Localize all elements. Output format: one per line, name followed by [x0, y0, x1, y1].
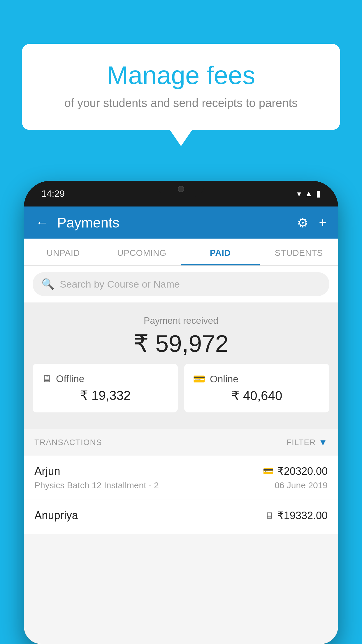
transaction-date-arjun: 06 June 2019	[275, 480, 328, 490]
page-title: Payments	[57, 215, 297, 231]
wifi-icon: ▾	[297, 189, 301, 199]
filter-icon: ▼	[319, 438, 328, 447]
status-time: 14:29	[41, 188, 65, 199]
transaction-row-anupriya: Anupriya 🖥 ₹19332.00	[34, 509, 328, 522]
tab-students[interactable]: STUDENTS	[260, 239, 338, 265]
filter-label: FILTER	[287, 438, 316, 447]
filter-button[interactable]: FILTER ▼	[287, 438, 328, 447]
online-icon: 💳	[193, 373, 205, 385]
phone-frame: 14:29 ▾ ▲ ▮ ← Payments ⚙ + UNPAID UPCOMI…	[24, 181, 338, 644]
online-label: Online	[210, 373, 238, 385]
app-header: ← Payments ⚙ +	[24, 206, 338, 239]
status-bar: 14:29 ▾ ▲ ▮	[24, 181, 338, 206]
search-input[interactable]: Search by Course or Name	[60, 279, 180, 290]
transaction-amount-arjun-wrap: 💳 ₹20320.00	[263, 465, 328, 477]
online-card: 💳 Online ₹ 40,640	[184, 364, 329, 412]
bubble-title: Manage fees	[45, 61, 317, 90]
app-screen: ← Payments ⚙ + UNPAID UPCOMING PAID STUD…	[24, 206, 338, 644]
tab-upcoming[interactable]: UPCOMING	[103, 239, 181, 265]
back-button[interactable]: ←	[36, 215, 48, 230]
transaction-amount-arjun: ₹20320.00	[277, 465, 328, 477]
transaction-name-anupriya: Anupriya	[34, 509, 78, 522]
transaction-amount-anupriya-wrap: 🖥 ₹19332.00	[265, 510, 328, 522]
transaction-sub-arjun: Physics Batch 12 Installment - 2 06 June…	[34, 480, 328, 490]
online-card-header: 💳 Online	[193, 373, 321, 385]
battery-icon: ▮	[316, 189, 321, 199]
payment-received-amount: ₹ 59,972	[24, 330, 338, 357]
bubble-subtitle: of your students and send receipts to pa…	[45, 97, 317, 110]
transaction-desc-arjun: Physics Batch 12 Installment - 2	[34, 480, 159, 490]
payment-section: Payment received ₹ 59,972 🖥 Offline ₹ 19…	[24, 302, 338, 429]
tabs-bar: UNPAID UPCOMING PAID STUDENTS	[24, 239, 338, 266]
transactions-label: TRANSACTIONS	[34, 438, 102, 447]
settings-icon[interactable]: ⚙	[297, 215, 308, 230]
offline-card-header: 🖥 Offline	[41, 373, 169, 384]
transaction-type-icon-anupriya: 🖥	[265, 511, 274, 521]
transaction-name-arjun: Arjun	[34, 465, 60, 477]
add-icon[interactable]: +	[319, 215, 326, 230]
offline-icon: 🖥	[41, 373, 51, 384]
search-container: 🔍 Search by Course or Name	[24, 266, 338, 302]
offline-label: Offline	[56, 373, 85, 384]
offline-card: 🖥 Offline ₹ 19,332	[33, 364, 178, 412]
payment-received-label: Payment received	[24, 315, 338, 326]
search-icon: 🔍	[41, 278, 55, 290]
signal-icon: ▲	[305, 189, 313, 198]
transaction-item-anupriya[interactable]: Anupriya 🖥 ₹19332.00	[24, 500, 338, 534]
transactions-header: TRANSACTIONS FILTER ▼	[24, 429, 338, 456]
transaction-type-icon-arjun: 💳	[263, 466, 274, 476]
online-amount: ₹ 40,640	[193, 388, 321, 403]
cards-row: 🖥 Offline ₹ 19,332 💳 Online ₹ 40,640	[24, 357, 338, 419]
tab-paid[interactable]: PAID	[181, 239, 260, 265]
transaction-amount-anupriya: ₹19332.00	[277, 510, 328, 522]
status-icons: ▾ ▲ ▮	[297, 189, 321, 199]
tab-unpaid[interactable]: UNPAID	[24, 239, 103, 265]
transaction-item-arjun[interactable]: Arjun 💳 ₹20320.00 Physics Batch 12 Insta…	[24, 456, 338, 500]
speech-bubble: Manage fees of your students and send re…	[22, 44, 340, 130]
camera-dot	[178, 186, 184, 192]
transaction-row-arjun: Arjun 💳 ₹20320.00	[34, 465, 328, 477]
offline-amount: ₹ 19,332	[41, 388, 169, 403]
header-icons: ⚙ +	[297, 215, 326, 230]
search-bar[interactable]: 🔍 Search by Course or Name	[33, 272, 329, 296]
notch	[158, 181, 204, 197]
